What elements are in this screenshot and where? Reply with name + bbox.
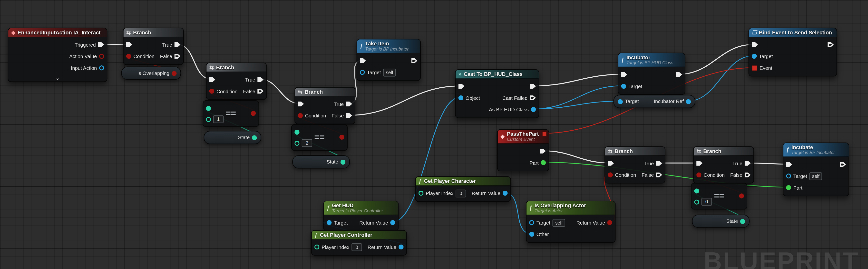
data-pin[interactable] [314, 245, 319, 249]
data-pin[interactable] [209, 89, 214, 93]
data-pin[interactable] [696, 172, 701, 177]
pin-in[interactable] [752, 42, 758, 47]
pin-literal-input[interactable]: 1 [213, 115, 223, 123]
node-branch5[interactable]: ⇆BranchTrueConditionFalse [693, 146, 754, 184]
exec-pin[interactable] [126, 42, 132, 47]
delegate-pin[interactable] [752, 65, 757, 71]
pin-return-value[interactable]: Return Value [472, 190, 507, 196]
pin-literal-input[interactable]: self [553, 219, 565, 226]
pin-true[interactable]: True [245, 77, 264, 82]
exec-pin[interactable] [257, 77, 264, 82]
exec-pin[interactable] [745, 172, 751, 178]
data-pin[interactable] [607, 220, 612, 225]
pin-is-overlapping[interactable]: Is Overlapping [137, 70, 177, 76]
data-pin[interactable] [298, 113, 303, 118]
data-pin[interactable] [327, 220, 332, 225]
pin-out[interactable] [251, 111, 256, 116]
pin-true[interactable]: True [334, 101, 352, 107]
pin-in[interactable] [360, 58, 366, 63]
data-pin[interactable] [686, 99, 691, 104]
pin-cast-failed[interactable]: Cast Failed [502, 95, 536, 101]
pin-out[interactable] [339, 135, 344, 140]
pin-condition[interactable]: Condition [209, 88, 238, 94]
pin-false[interactable]: False [332, 113, 352, 118]
data-pin[interactable] [252, 135, 257, 140]
data-pin[interactable] [341, 159, 345, 164]
pin-state[interactable]: State [726, 218, 745, 224]
pin-out[interactable] [411, 58, 417, 63]
pin-target[interactable]: Targetself [786, 172, 822, 180]
data-pin[interactable] [739, 194, 744, 198]
pin-b[interactable]: 0 [694, 198, 712, 206]
exec-pin[interactable] [786, 162, 792, 167]
exec-pin[interactable] [257, 88, 264, 94]
blueprint-canvas[interactable]: BLUEPRINT ◆EnhancedInputAction IA_Intera… [0, 0, 868, 269]
pin-condition[interactable]: Condition [298, 113, 326, 118]
exec-pin[interactable] [411, 58, 417, 63]
pin-in[interactable] [298, 101, 304, 107]
pin-in[interactable] [608, 160, 614, 166]
exec-pin[interactable] [175, 42, 181, 47]
pin-literal-input[interactable]: self [383, 69, 396, 76]
data-pin[interactable] [251, 111, 256, 116]
exec-pin[interactable] [745, 160, 751, 166]
pin-as-bp-hud-class[interactable]: As BP HUD Class [489, 107, 536, 112]
node-branch3[interactable]: ⇆BranchTrueConditionFalse [294, 87, 355, 124]
data-pin[interactable] [786, 185, 791, 190]
pin-target[interactable]: Targetself [529, 219, 565, 226]
node-get_player_character[interactable]: ƒGet Player CharacterPlayer Index0Return… [415, 176, 511, 201]
pin-condition[interactable]: Condition [126, 53, 155, 59]
pin-triggered[interactable]: Triggered [74, 42, 104, 47]
data-pin[interactable] [694, 199, 699, 204]
pin-out[interactable] [540, 149, 546, 154]
pin-out[interactable] [676, 72, 682, 77]
exec-pin[interactable] [458, 83, 464, 89]
data-pin[interactable] [786, 173, 791, 179]
data-pin[interactable] [608, 172, 613, 177]
pin-b[interactable]: 1 [206, 115, 224, 123]
pin-out[interactable] [739, 194, 744, 198]
pin-condition[interactable]: Condition [608, 172, 636, 178]
exec-pin[interactable] [175, 53, 181, 59]
pin-other[interactable]: Other [529, 232, 549, 237]
data-pin[interactable] [206, 117, 211, 122]
pin-false[interactable]: False [730, 172, 751, 178]
node-bind_event[interactable]: ❒Bind Event to Send SelectionTargetEvent [749, 28, 837, 77]
node-cast_hud[interactable]: »Cast To BP_HUD_ClassObjectCast FailedAs… [455, 69, 539, 118]
exec-pin[interactable] [98, 42, 104, 47]
node-take_item[interactable]: ƒTake ItemTarget is BP IncubatorTargetse… [356, 39, 421, 81]
node-branch4[interactable]: ⇆BranchTrueConditionFalse [604, 146, 665, 184]
delegate-pin[interactable] [542, 131, 547, 136]
pin-in[interactable] [209, 77, 215, 82]
data-pin[interactable] [752, 54, 756, 59]
pin-part[interactable]: Part [529, 160, 546, 165]
pin-in[interactable] [621, 72, 627, 77]
pin-part[interactable]: Part [786, 185, 802, 190]
pin-action-value[interactable]: Action Value [69, 53, 104, 59]
data-pin[interactable] [294, 141, 299, 145]
node-incubator_fn[interactable]: ƒIncubatorTarget is BP HUD ClassTarget [618, 53, 685, 95]
pin-return-value[interactable]: Return Value [576, 220, 612, 225]
pin-in[interactable] [696, 160, 703, 166]
exec-pin[interactable] [696, 160, 703, 166]
exec-pin[interactable] [656, 160, 662, 166]
data-pin[interactable] [694, 188, 699, 193]
pin-false[interactable]: False [243, 88, 264, 94]
pin-player-index[interactable]: Player Index0 [418, 189, 466, 197]
data-pin[interactable] [99, 54, 104, 59]
exec-pin[interactable] [346, 101, 352, 107]
node-get_player_controller[interactable]: ƒGet Player ControllerPlayer Index0Retur… [311, 230, 407, 255]
exec-pin[interactable] [840, 162, 846, 167]
pin-return-value[interactable]: Return Value [359, 220, 395, 225]
data-pin[interactable] [458, 96, 463, 100]
pin-literal-input[interactable]: self [809, 172, 822, 180]
pin-state[interactable]: State [327, 159, 345, 165]
data-pin[interactable] [529, 232, 534, 237]
data-pin[interactable] [339, 135, 344, 140]
node-get_hud[interactable]: ƒGet HUDTarget is Player ControllerTarge… [323, 200, 399, 231]
data-pin[interactable] [360, 70, 365, 75]
node-compare1[interactable]: ==1 [203, 100, 259, 127]
pin-state[interactable]: State [238, 135, 257, 140]
pin-target[interactable]: Targetself [360, 69, 396, 76]
pin-literal-input[interactable]: 0 [701, 198, 712, 206]
